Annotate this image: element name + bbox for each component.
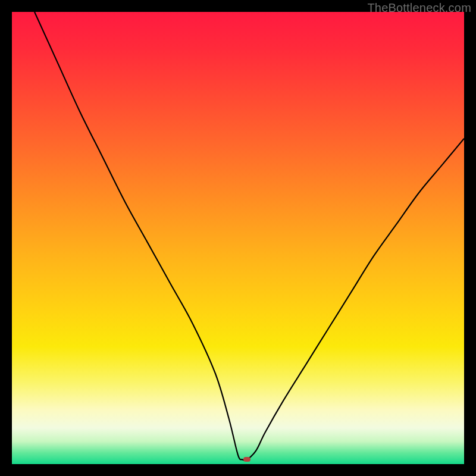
optimum-marker (243, 457, 250, 462)
bottleneck-curve (12, 12, 464, 464)
curve-path (35, 12, 464, 461)
chart-frame: TheBottleneck.com (0, 0, 476, 476)
plot-area (12, 12, 464, 464)
